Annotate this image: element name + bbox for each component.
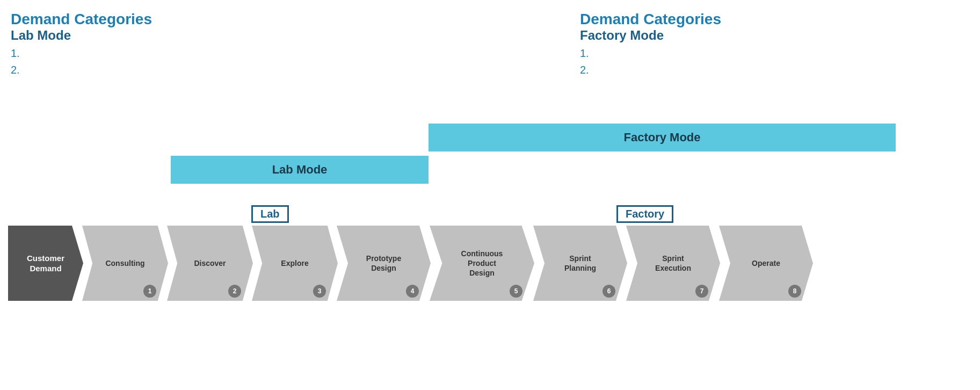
- step-label: Sprint Execution: [650, 254, 696, 273]
- step-badge: 3: [313, 285, 326, 298]
- step-badge: 1: [143, 285, 156, 298]
- left-item1: 1.: [11, 47, 152, 60]
- step-operate: Operate8: [719, 226, 813, 301]
- lab-mode-bar: Lab Mode: [171, 156, 429, 184]
- factory-label: Factory: [616, 205, 673, 223]
- step-badge: 5: [510, 285, 522, 298]
- step-badge: 8: [788, 285, 801, 298]
- arrow-row: Customer DemandConsulting1Discover2Explo…: [8, 226, 812, 301]
- step-explore: Explore3: [252, 226, 338, 301]
- header-right: Demand Categories Factory Mode 1. 2.: [580, 11, 721, 76]
- right-item2: 2.: [580, 64, 721, 76]
- step-label: Prototype Design: [361, 254, 406, 273]
- page: Demand Categories Lab Mode 1. 2. Demand …: [0, 0, 980, 390]
- step-continuous: Continuous Product Design5: [430, 226, 534, 301]
- left-title: Demand Categories: [11, 11, 152, 28]
- step-badge: 2: [228, 285, 241, 298]
- step-label: Customer Demand: [27, 253, 64, 274]
- left-subtitle: Lab Mode: [11, 28, 152, 43]
- header-left: Demand Categories Lab Mode 1. 2.: [11, 11, 152, 76]
- right-subtitle: Factory Mode: [580, 28, 721, 43]
- step-customer-demand: Customer Demand: [8, 226, 83, 301]
- step-label: Consulting: [100, 258, 150, 268]
- left-item2: 2.: [11, 64, 152, 76]
- right-title: Demand Categories: [580, 11, 721, 28]
- step-label: Explore: [275, 258, 314, 268]
- step-badge: 7: [695, 285, 708, 298]
- right-item1: 1.: [580, 47, 721, 60]
- step-badge: 6: [602, 285, 615, 298]
- step-consulting: Consulting1: [82, 226, 168, 301]
- step-label: Continuous Product Design: [456, 249, 509, 278]
- step-sprint-planning: Sprint Planning6: [533, 226, 627, 301]
- step-label: Operate: [746, 258, 786, 268]
- factory-mode-bar: Factory Mode: [429, 124, 896, 151]
- step-sprint-exec: Sprint Execution7: [626, 226, 720, 301]
- lab-label: Lab: [251, 205, 289, 223]
- step-discover: Discover2: [167, 226, 253, 301]
- step-label: Sprint Planning: [559, 254, 601, 273]
- step-prototype: Prototype Design4: [337, 226, 431, 301]
- step-badge: 4: [406, 285, 419, 298]
- step-label: Discover: [188, 258, 231, 268]
